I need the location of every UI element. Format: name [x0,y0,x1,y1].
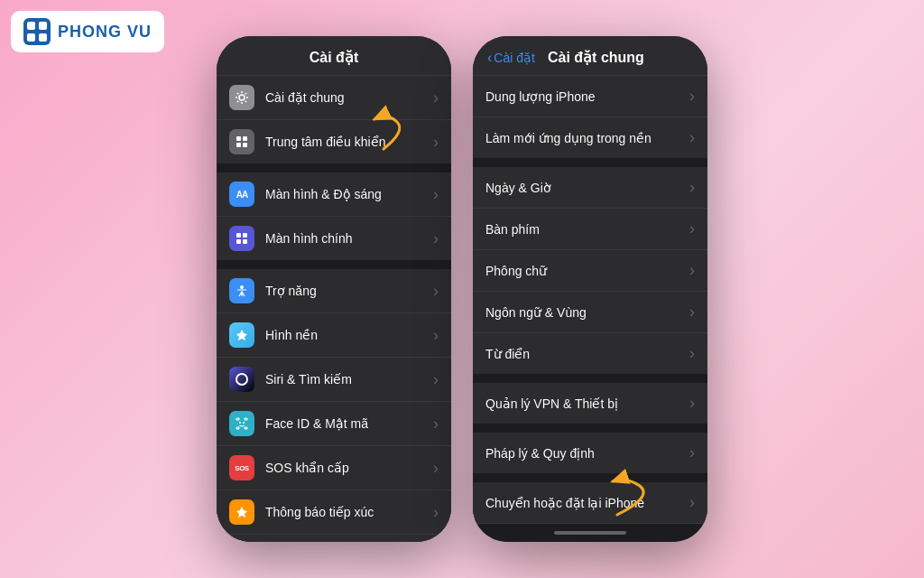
settings-item-general[interactable]: Cài đặt chung [217,76,451,120]
right-group-4: Pháp lý & Quy định [473,433,707,473]
gap-r1 [473,158,707,167]
display-icon: AA [229,182,254,207]
right-group-3: Quản lý VPN & Thiết bị [473,383,707,424]
svg-rect-12 [236,239,241,244]
chevron-icon [689,303,695,322]
settings-item-homescreen[interactable]: Màn hình chính [217,217,451,260]
settings-item-datetime[interactable]: Ngày & Giờ [473,167,707,209]
legal-label: Pháp lý & Quy định [485,446,689,461]
left-group-1: Cài đặt chung Trung tâm điều khiển [217,76,451,163]
back-chevron-icon: ‹ [487,50,492,66]
chevron-icon [689,87,695,106]
chevron-icon [433,133,439,152]
homescreen-label: Màn hình chính [265,231,433,246]
svg-rect-11 [243,233,247,238]
accessibility-icon [229,278,254,303]
gap-2 [217,260,451,269]
settings-item-accessibility[interactable]: Trợ năng [217,269,451,313]
svg-rect-16 [245,418,247,420]
right-header-title: Cài đặt chung [535,49,693,66]
left-group-3: Trợ năng Hình nền Siri & [217,269,451,542]
home-indicator [554,531,626,535]
right-phone-body: Dung lượng iPhone Làm mới ứng dụng trong… [473,76,707,524]
phones-container: Cài đặt Cài đặt chung [217,36,707,542]
home-indicator-bar [473,524,707,542]
gap-r2 [473,374,707,383]
settings-item-vpn[interactable]: Quản lý VPN & Thiết bị [473,383,707,424]
left-phone-header: Cài đặt [217,36,451,76]
svg-rect-0 [23,18,51,45]
chevron-icon [433,185,439,204]
chevron-icon [689,443,695,462]
chevron-icon [433,503,439,522]
left-phone-wrapper: Cài đặt Cài đặt chung [217,36,451,542]
settings-item-dictionary[interactable]: Từ điển [473,333,707,374]
chevron-icon [689,178,695,197]
right-phone-wrapper: ‹ Cài đặt Cài đặt chung Dung lượng iPhon… [473,36,707,542]
right-group-1: Dung lượng iPhone Làm mới ứng dụng trong… [473,76,707,158]
settings-item-siri[interactable]: Siri & Tìm kiếm [217,358,451,402]
settings-item-transfer[interactable]: Chuyển hoặc đặt lại iPhone [473,482,707,524]
storage-label: Dung lượng iPhone [485,89,689,104]
language-label: Ngôn ngữ & Vùng [485,305,689,320]
settings-item-legal[interactable]: Pháp lý & Quy định [473,433,707,473]
settings-item-keyboard[interactable]: Bàn phím [473,209,707,250]
settings-item-fonts[interactable]: Phông chữ [473,250,707,292]
chevron-icon [433,370,439,389]
settings-item-control[interactable]: Trung tâm điều khiển [217,120,451,163]
svg-rect-7 [243,136,247,141]
settings-item-language[interactable]: Ngôn ngữ & Vùng [473,292,707,333]
svg-point-14 [240,285,244,289]
settings-item-faceid[interactable]: Face ID & Mật mã [217,402,451,446]
dictionary-label: Từ điển [485,347,689,361]
settings-item-background[interactable]: Làm mới ứng dụng trong nền [473,117,707,158]
left-group-2: AA Màn hình & Độ sáng Màn hình chính [217,172,451,260]
faceid-icon [229,411,254,436]
chevron-icon [433,326,439,345]
svg-rect-17 [236,427,239,429]
settings-item-display[interactable]: AA Màn hình & Độ sáng [217,172,451,217]
datetime-label: Ngày & Giờ [485,181,689,195]
transfer-label: Chuyển hoặc đặt lại iPhone [485,496,689,510]
svg-rect-9 [243,143,247,147]
wallpaper-label: Hình nền [265,328,433,342]
settings-item-sos[interactable]: SOS SOS khẩn cấp [217,446,451,490]
chevron-icon [433,415,439,434]
gap-r4 [473,473,707,482]
home-icon [229,226,254,251]
keyboard-label: Bàn phím [485,222,689,237]
back-button[interactable]: ‹ Cài đặt [487,50,535,66]
chevron-icon [689,493,695,512]
chevron-icon [433,459,439,478]
left-phone: Cài đặt Cài đặt chung [217,36,451,542]
settings-item-battery[interactable]: Pin [217,535,451,542]
vpn-label: Quản lý VPN & Thiết bị [485,396,689,411]
chevron-icon [433,89,439,107]
chevron-icon [689,261,695,280]
svg-rect-2 [39,22,47,30]
svg-rect-18 [245,427,247,429]
accessibility-label: Trợ năng [265,284,433,298]
chevron-icon [433,229,439,248]
svg-rect-15 [236,418,239,420]
fonts-label: Phông chữ [485,264,689,278]
logo: PHONG VU [11,11,164,52]
settings-item-exposure[interactable]: Thông báo tiếp xúc [217,490,451,535]
logo-icon [23,18,51,45]
chevron-icon [689,394,695,413]
left-phone-body: Cài đặt chung Trung tâm điều khiển [217,76,451,542]
background-label: Làm mới ứng dụng trong nền [485,131,689,145]
gear-icon [229,85,254,110]
svg-rect-8 [236,143,241,147]
settings-item-wallpaper[interactable]: Hình nền [217,313,451,358]
chevron-icon [689,219,695,238]
svg-point-20 [243,422,245,424]
right-phone: ‹ Cài đặt Cài đặt chung Dung lượng iPhon… [473,36,707,542]
svg-rect-13 [243,239,247,244]
general-label: Cài đặt chung [265,90,433,105]
chevron-icon [433,282,439,301]
exposure-icon [229,499,254,525]
settings-item-storage[interactable]: Dung lượng iPhone [473,76,707,117]
exposure-label: Thông báo tiếp xúc [265,505,433,519]
sos-label: SOS khẩn cấp [265,461,433,475]
